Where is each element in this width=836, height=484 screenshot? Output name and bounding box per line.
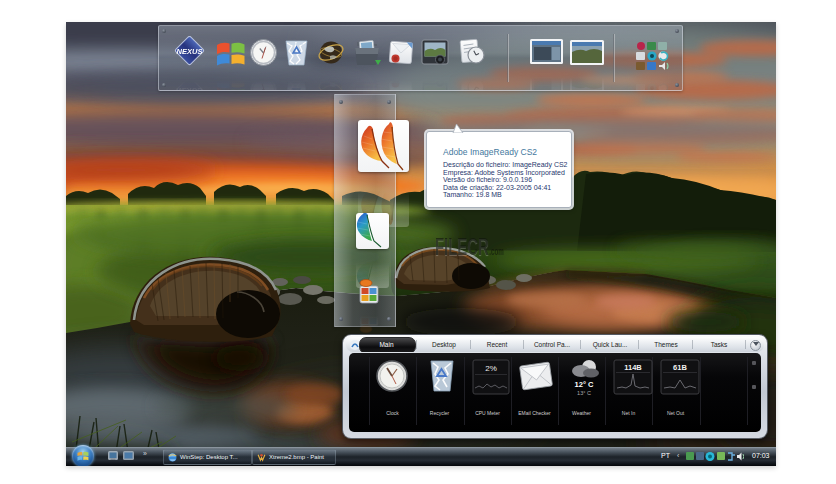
svg-text:13° C: 13° C	[577, 390, 591, 396]
svg-text:2%: 2%	[485, 364, 497, 373]
svg-text:12° C: 12° C	[575, 380, 594, 389]
svg-text:61B: 61B	[673, 363, 687, 372]
svg-text:114B: 114B	[624, 363, 642, 372]
svg-text:NEXUS: NEXUS	[177, 47, 203, 56]
